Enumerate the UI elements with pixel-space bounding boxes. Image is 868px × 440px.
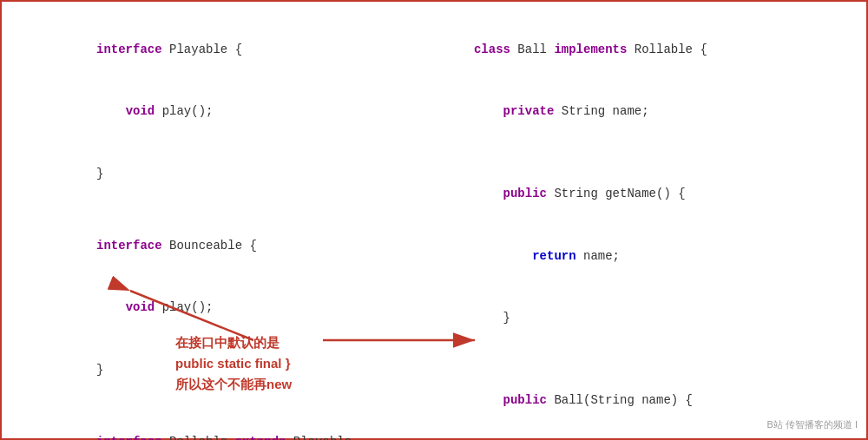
- code-line: void play();: [23, 278, 366, 339]
- keyword-private: private: [503, 104, 555, 118]
- code-line: }: [401, 287, 845, 349]
- code-right: class Ball implements Rollable { private…: [401, 19, 845, 440]
- code-line: public String getName() {: [401, 164, 845, 226]
- annotation-text-line2: public static final }: [175, 353, 291, 374]
- code-line: interface Playable {: [23, 19, 366, 81]
- keyword-interface: interface: [96, 239, 162, 253]
- keyword-interface: interface: [96, 43, 162, 56]
- code-line: interface Bounceable {: [23, 215, 366, 277]
- keyword-public: public: [503, 393, 547, 407]
- annotation-area: 在接口中默认的是 public static final } 所以这个不能再ne…: [175, 332, 292, 395]
- keyword-void: void: [126, 104, 155, 118]
- code-line: private String name;: [401, 81, 845, 142]
- keyword-void: void: [126, 300, 155, 314]
- keyword-return: return: [532, 249, 575, 263]
- watermark: B站 传智播客的频道 I: [766, 418, 858, 431]
- code-line: this.name = name;: [401, 432, 845, 440]
- keyword-implements: implements: [554, 43, 627, 56]
- code-line: [401, 350, 845, 371]
- code-line: interface Rollable extends Playable,: [23, 411, 366, 440]
- code-line: class Ball implements Rollable {: [401, 19, 845, 81]
- code-line: [401, 143, 845, 164]
- interface-rollable-block: interface Rollable extends Playable, Bou…: [23, 411, 366, 440]
- code-area: interface Playable { void play(); } inte…: [23, 19, 845, 440]
- main-container: interface Playable { void play(); } inte…: [0, 0, 868, 440]
- keyword-public: public: [503, 187, 547, 200]
- annotation-text-line3: 所以这个不能再new: [175, 374, 292, 395]
- code-line: return name;: [401, 226, 845, 287]
- keyword-class: class: [474, 43, 510, 56]
- keyword-extends: extends: [235, 435, 286, 440]
- annotation-text: 在接口中默认的是: [175, 332, 279, 353]
- class-ball-block: class Ball implements Rollable { private…: [401, 19, 845, 440]
- keyword-interface: interface: [96, 435, 162, 440]
- code-line: }: [23, 143, 366, 205]
- interface-playable-block: interface Playable { void play(); }: [23, 19, 366, 205]
- code-line: void play();: [23, 81, 366, 142]
